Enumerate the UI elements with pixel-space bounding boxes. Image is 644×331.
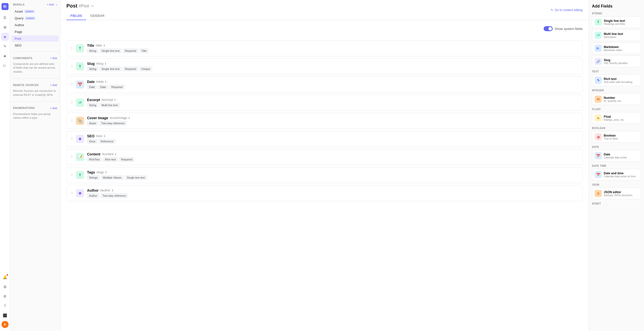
main-content: Post #Post ··· FIELDS SIDEBAR ✎ Go to co…	[60, 0, 589, 331]
drag-handle[interactable]: ⠿	[71, 47, 73, 50]
model-item-page[interactable]: Page	[12, 29, 59, 35]
field-type-markdown[interactable]: M↓ Markdown Markdown editor	[592, 43, 641, 54]
info-icon-slug[interactable]: ℹ	[105, 62, 106, 65]
nav-menu-icon[interactable]: ☰	[1, 14, 9, 22]
app-logo[interactable]: Bi	[2, 3, 9, 10]
nav-play-icon[interactable]: ▷	[1, 61, 9, 69]
info-icon-tags[interactable]: ℹ	[105, 171, 106, 174]
field-row-tags[interactable]: ⠿ T Tags #tags ℹ Strings Multiple Values…	[66, 167, 583, 183]
info-icon-excerpt[interactable]: ℹ	[114, 98, 115, 102]
add-model-button[interactable]: + Add	[47, 3, 54, 6]
field-type-multi-line-text[interactable]: ≡T Multi line text Description	[592, 29, 641, 41]
main-header: Post #Post ··· FIELDS SIDEBAR ✎ Go to co…	[60, 0, 589, 20]
enumerations-header: ENUMERATIONS + Add	[10, 104, 60, 111]
model-item-asset[interactable]: Asset system	[12, 8, 59, 15]
field-type-json-editor[interactable]: {} JSON editor Arbitrary JSON structures	[592, 188, 641, 199]
info-icon-author[interactable]: ℹ	[112, 189, 113, 192]
date-icon: 📅	[595, 152, 602, 159]
nav-media-icon[interactable]: ◈	[1, 52, 9, 60]
nav-grid-icon[interactable]: ⊞	[1, 23, 9, 31]
nav-edit-icon[interactable]: ✎	[1, 42, 9, 50]
field-row-seo[interactable]: ⠿ ⊕ SEO #seo ℹ Seos Reference	[66, 131, 583, 147]
field-row-slug[interactable]: ⠿ T Slug #slug ℹ String Single line text…	[66, 58, 583, 74]
collapse-sidebar-button[interactable]: ‹	[56, 3, 57, 7]
settings-icon[interactable]: ⚙	[1, 292, 9, 300]
rich-text-icon: ✎	[595, 77, 602, 84]
nav-schema-icon[interactable]: ◈	[1, 33, 9, 41]
models-header: MODELS + Add ‹	[10, 0, 60, 8]
field-info-title: Title #title ℹ String Single line text R…	[87, 44, 578, 53]
remote-sources-title: REMOTE SOURCES	[13, 84, 39, 87]
field-row-cover-image[interactable]: ⠿ 📎 Cover Image #coverImage ℹ Asset Two-…	[66, 113, 583, 129]
model-item-seo[interactable]: SEO	[12, 42, 59, 49]
notifications-icon[interactable]: 🔔	[1, 273, 9, 281]
drag-handle[interactable]: ⠿	[71, 191, 73, 195]
info-icon-cover-image[interactable]: ℹ	[129, 116, 130, 120]
datetime-icon: 📅	[595, 171, 602, 178]
field-info-date: Date #date ℹ Date Date Required	[87, 80, 578, 89]
add-fields-panel: Add Fields STRING T Single line text Hea…	[589, 0, 644, 331]
field-type-rich-text[interactable]: ✎ Rich text Text editor with formatting	[592, 74, 641, 86]
field-icon-cover-image: 📎	[76, 117, 84, 125]
section-title-boolean: BOOLEAN	[592, 127, 641, 130]
terminal-icon[interactable]: ⬛	[1, 311, 9, 319]
add-enumeration-button[interactable]: + Add	[50, 107, 57, 110]
field-info-slug: Slug #slug ℹ String Single line text Req…	[87, 62, 578, 71]
field-type-date[interactable]: 📅 Date Calendar date picker	[592, 150, 641, 161]
show-system-fields-toggle[interactable]: Show system fields	[544, 26, 583, 31]
field-row-author[interactable]: ⠿ ⊕ Author #author ℹ Author Two-way refe…	[66, 185, 583, 201]
field-type-boolean[interactable]: ◎ Boolean True or false	[592, 131, 641, 143]
tab-fields[interactable]: FIELDS	[66, 12, 86, 20]
field-icon-tags: T	[76, 171, 84, 179]
field-row-title[interactable]: ⠿ T Title #title ℹ String Single line te…	[66, 40, 583, 56]
field-info-tags: Tags #tags ℹ Strings Multiple Values Sin…	[87, 170, 578, 180]
slug-icon: 🔗	[595, 58, 602, 65]
drag-handle[interactable]: ⠿	[71, 137, 73, 141]
field-info-author: Author #author ℹ Author Two-way referenc…	[87, 188, 578, 198]
add-component-button[interactable]: + Add	[50, 57, 57, 60]
drag-handle[interactable]: ⠿	[71, 119, 73, 122]
apps-icon[interactable]: ⊞	[1, 283, 9, 291]
field-info-seo: SEO #seo ℹ Seos Reference	[87, 134, 578, 144]
system-toggle-row: Show system fields	[66, 26, 583, 36]
more-options-button[interactable]: ···	[91, 4, 94, 8]
drag-handle[interactable]: ⠿	[71, 65, 73, 68]
user-avatar[interactable]: D	[2, 321, 9, 328]
help-icon[interactable]: ?	[1, 302, 9, 310]
section-title-float: FLOAT	[592, 108, 641, 111]
info-icon-date[interactable]: ℹ	[105, 80, 106, 84]
field-icon-seo: ⊕	[76, 135, 84, 143]
model-item-query[interactable]: Query system	[12, 15, 59, 21]
field-type-single-line-text[interactable]: T Single line text Headings and titles	[592, 16, 641, 28]
info-icon-content[interactable]: ℹ	[115, 153, 116, 156]
field-type-date-and-time[interactable]: 📅 Date and time Calendar date picker w/ …	[592, 169, 641, 180]
model-item-post[interactable]: Post	[12, 35, 59, 42]
info-icon-title[interactable]: ℹ	[104, 44, 105, 47]
field-row-content[interactable]: ⠿ 📝 Content #content ℹ RichText Rich tex…	[66, 149, 583, 165]
model-item-author[interactable]: Author	[12, 22, 59, 28]
models-section-title: MODELS	[13, 3, 25, 6]
drag-handle[interactable]: ⠿	[71, 173, 73, 177]
add-remote-source-button[interactable]: + Add	[50, 84, 57, 87]
drag-handle[interactable]: ⠿	[71, 101, 73, 104]
go-to-editing-link[interactable]: ✎ Go to content editing	[551, 8, 583, 15]
field-type-slug[interactable]: 🔗 Slug URL friendly identifier	[592, 56, 641, 67]
field-type-float[interactable]: π Float Ratings, price, etc.	[592, 112, 641, 124]
remote-sources-description: Remote Sources are connectors to externa…	[10, 88, 60, 99]
tabs: FIELDS SIDEBAR	[66, 12, 108, 20]
field-info-cover-image: Cover Image #coverImage ℹ Asset Two-way …	[87, 116, 578, 126]
field-row-date[interactable]: ⠿ 📅 Date #date ℹ Date Date Required	[66, 76, 583, 93]
field-row-excerpt[interactable]: ⠿ ≡T Excerpt #excerpt ℹ String Multi lin…	[66, 95, 583, 111]
components-header: COMPONENTS + Add	[10, 54, 60, 61]
field-info-content: Content #content ℹ RichText Rich text Re…	[87, 152, 578, 162]
enumerations-title: ENUMERATIONS	[13, 107, 35, 109]
toggle-switch[interactable]	[544, 26, 553, 31]
field-type-number[interactable]: 42 Number ID, quantity, etc.	[592, 93, 641, 105]
tab-sidebar[interactable]: SIDEBAR	[86, 12, 108, 20]
info-icon-seo[interactable]: ℹ	[104, 135, 105, 138]
field-info-excerpt: Excerpt #excerpt ℹ String Multi line tex…	[87, 98, 578, 107]
page-title: Post #Post ···	[66, 3, 108, 12]
components-section-title: COMPONENTS	[13, 57, 32, 60]
drag-handle[interactable]: ⠿	[71, 155, 73, 159]
drag-handle[interactable]: ⠿	[71, 83, 73, 86]
